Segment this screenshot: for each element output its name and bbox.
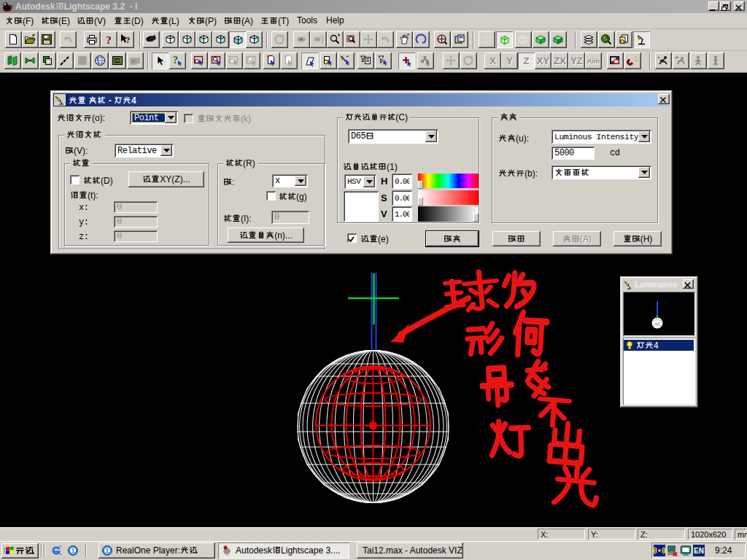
svg-text:1: 1 — [71, 547, 74, 554]
svg-text:1: 1 — [105, 547, 109, 554]
